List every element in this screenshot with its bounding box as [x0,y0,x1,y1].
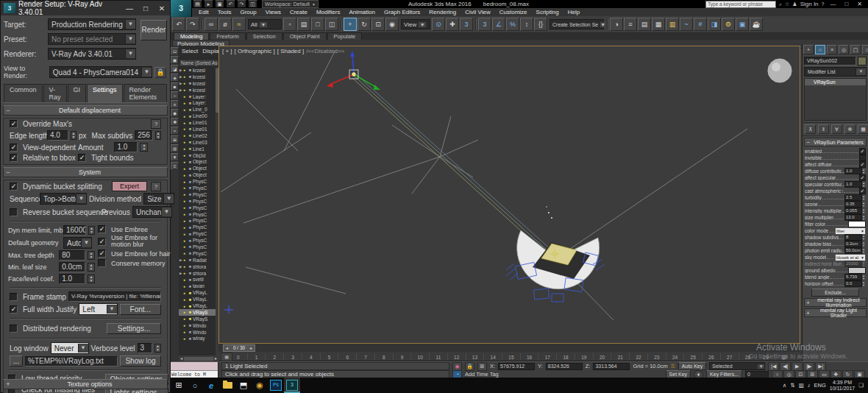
scene-explorer-tool-icon[interactable]: ▣ [171,56,179,64]
edge-length-field[interactable]: 4.0 [47,130,68,141]
render-setup-titlebar[interactable]: 3 Render Setup: V-Ray Adv 3.40.01 — □ ✕ [1,1,170,15]
toolbar-icon[interactable]: ↷ [186,18,199,31]
search-input[interactable]: Type a keyword or phrase [705,1,776,8]
time-slider-handle[interactable]: ◄ 0 / 30 ► [223,344,255,352]
scene-object-row[interactable]: ▶ ● ■ shtora [179,270,218,277]
use-embree-checkbox[interactable]: ✓ [98,225,106,233]
render-button[interactable]: Render [140,20,167,40]
cortana-search-icon[interactable]: ○ [187,378,203,393]
rollout-header[interactable]: + mental ray Light Shader [804,308,867,317]
scene-object-row[interactable]: ● ■ Object [179,171,218,178]
default-geometry-dropdown[interactable]: Auto▼ [63,237,92,249]
amount-field[interactable]: 1.0 [114,142,138,152]
notification-center-icon[interactable]: ❏ [858,382,864,389]
parameter-spinner[interactable]: 13.0▲▼ [844,214,866,221]
language-indicator[interactable]: ENG [814,382,825,389]
scrollbar-thumb[interactable] [184,357,213,361]
ribbon-tab[interactable]: Object Paint [283,32,327,40]
toolbar-icon[interactable]: ▤ [297,18,310,31]
dynamic-bucket-splitting-checkbox[interactable]: ✓ [10,183,18,191]
toolbar-icon[interactable]: ↶ [172,18,185,31]
reverse-bucket-sequence-checkbox[interactable] [10,208,18,216]
font-button[interactable]: Font... [120,304,161,315]
modifier-stack-item[interactable]: VRaySun [805,79,866,85]
division-method-dropdown[interactable]: Size▼ [143,193,174,205]
viewport-menu-general[interactable]: [ + ] [222,48,232,54]
named-selection-set-dropdown[interactable]: Create Selection Se▼ [549,19,604,29]
scene-object-row[interactable]: ▶ ● ■ krzesl [179,74,218,80]
maxscript-mini-listener[interactable]: Welcome to M [171,362,218,378]
scene-object-row[interactable]: ● ■ PhysC [179,237,218,244]
render-setup-tab[interactable]: Render Elements [124,84,167,102]
scene-object-row[interactable]: ● ■ winay [179,336,218,342]
stack-tool-icon[interactable]: ∀ [831,124,842,134]
scene-object-row[interactable]: ● ■ Line_0 [179,106,218,113]
scene-object-row[interactable]: ● ■ Windo [179,329,218,336]
scene-object-row[interactable]: ● ■ svetil [179,277,218,283]
scene-object-row[interactable]: ● ■ PhysC [179,191,218,198]
y-coordinate-field[interactable]: 8324.526 [546,363,583,370]
scene-object-row[interactable]: ● ■ VRayL [179,296,218,302]
toolbar-icon[interactable]: □ [311,18,324,31]
toolbar-icon[interactable]: # [694,18,707,31]
scene-explorer-tool-icon[interactable]: ■ [171,82,179,91]
menu-item[interactable]: Modifiers [312,9,344,15]
ribbon-tab[interactable]: Populate [327,32,363,40]
selection-filter-dropdown[interactable]: All▼ [248,19,282,29]
sequence-dropdown[interactable]: Top->Bottom▼ [40,193,87,205]
explorer-horizontal-scrollbar[interactable]: ◄ ► [179,355,218,361]
quick-access-icon[interactable]: ◫ [248,0,257,8]
scene-object-row[interactable]: ● ■ Obj3d [179,152,218,159]
frame-stamp-checkbox[interactable] [10,293,18,301]
render-setup-tab[interactable]: GI [68,84,87,102]
scene-explorer-tool-icon[interactable]: ◆ [171,109,179,117]
help-button[interactable]: ? [151,182,161,191]
justify-dropdown[interactable]: Left▼ [79,303,117,315]
dialog-close-button[interactable]: ✕ [154,4,170,13]
file-explorer-icon[interactable] [219,378,235,393]
frame-stamp-field[interactable]: V-Ray %vrayversion | file: %filename | f… [68,291,161,302]
help-icon[interactable]: ? [822,1,825,7]
auto-key-button[interactable]: Auto Key [678,362,706,370]
command-panel-tab-icon[interactable]: + [803,45,814,54]
parameter-checkbox[interactable]: ✓ [859,188,866,194]
scene-explorer-tool-icon[interactable]: ~ [171,91,179,99]
spinner-control[interactable]: ▲▼ [71,131,77,140]
menu-item[interactable]: Views [261,9,285,15]
log-path-field[interactable]: %TEMP%\VRayLog.txt [25,356,118,367]
x-coordinate-field[interactable]: 57675.912 [498,363,535,370]
chrome-browser-icon[interactable]: ◉ [252,378,268,393]
toolbar-icon[interactable]: ▫ [283,18,296,31]
toolbar-icon[interactable]: ~ [680,18,693,31]
quick-access-icon[interactable]: ▤ [193,0,202,8]
dr-settings-button[interactable]: Settings... [107,323,161,334]
system-rollout[interactable]: − System [3,167,168,177]
ribbon-tab[interactable]: Freeform [210,32,245,40]
parameter-dropdown[interactable]: filter▼ [835,227,866,235]
scene-object-row[interactable]: ● ■ Object [179,165,218,171]
previous-frame-arrow[interactable]: ◄ [224,346,230,350]
scene-explorer-tool-icon[interactable]: ✚ [171,118,179,126]
volume-icon[interactable]: ♪ [808,382,811,389]
toolbar-icon[interactable]: ☕ [750,18,763,31]
scene-explorer-tool-icon[interactable]: ≈ [171,127,179,135]
start-button[interactable]: ⊞ [171,378,187,393]
scene-object-row[interactable]: ● ■ Line02 [179,132,218,139]
z-coordinate-field[interactable]: 3313.564 [593,363,630,370]
toolbar-icon[interactable]: ∞ [204,18,218,31]
scene-object-row[interactable]: ● ■ Windo [179,322,218,329]
viewport-menu-pov[interactable]: [ Orthographic ] [235,48,275,54]
scene-object-row[interactable]: ● ■ Line01 [179,126,218,132]
expert-mode-button[interactable]: Expert [112,181,147,191]
parameter-spinner[interactable]: 8▲▼ [844,234,866,241]
toolbar-icon[interactable]: ◑ [610,18,623,31]
rollout-header[interactable]: + mental ray Indirect Illumination [804,298,867,307]
use-embree-hair-checkbox[interactable]: ✓ [98,249,106,258]
spinner-control[interactable]: ▲▼ [88,251,95,260]
search-icon[interactable]: ⌕ [779,1,782,7]
3ds-max-taskbar-icon[interactable]: 3 [284,378,300,393]
parameter-spinner[interactable]: 2.5▲▼ [844,194,866,201]
parameter-spinner[interactable]: 1.0▲▼ [844,168,866,174]
parameter-spinner[interactable]: 5.739▲▼ [844,274,866,280]
scene-object-row[interactable]: ● ■ PhysC [179,250,218,257]
